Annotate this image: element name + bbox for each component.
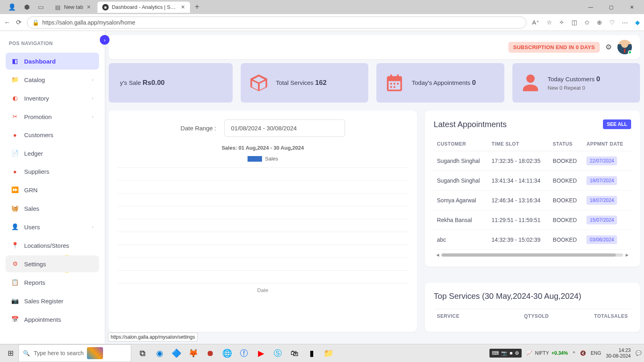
youtube-icon[interactable]: ▶ <box>255 348 266 359</box>
nav-icon: 📅 <box>11 316 19 323</box>
sidebar-item-users[interactable]: 👤 Users › <box>6 218 99 235</box>
tab-favicon-icon: ▤ <box>54 4 61 10</box>
record-icon[interactable]: ⏺ <box>204 348 216 359</box>
sidebar-item-sales-register[interactable]: 📷 Sales Register <box>6 292 99 309</box>
cell-timeslot: 14:32:39 - 15:02:39 <box>488 230 549 250</box>
sidebar-item-locations-stores[interactable]: 📍 Locations/Stores <box>6 237 99 254</box>
facebook-icon[interactable]: ⓕ <box>238 348 250 359</box>
sidebar-item-settings[interactable]: ⚙ Settings <box>6 255 99 272</box>
sidebar-item-dashboard[interactable]: ◧ Dashboard <box>6 53 99 70</box>
tab-title: Dashboard - Analytics | Salon & S <box>112 4 178 10</box>
tray-media-controls[interactable]: ⌨ 📷 ■ ⚙ <box>489 349 522 358</box>
appointments-table: CUSTOMERTIME SLOTSTATUSAPPMNT DATE Sugan… <box>434 137 631 250</box>
sidebar-item-inventory[interactable]: ◐ Inventory › <box>6 90 99 107</box>
tab-title: New tab <box>64 4 83 10</box>
see-all-button[interactable]: SEE ALL <box>603 119 631 129</box>
chart-title: Sales: 01 Aug,2024 - 30 Aug,2024 <box>118 145 408 151</box>
minimize-button[interactable]: — <box>582 1 600 13</box>
nav-label: Sales Register <box>24 298 64 304</box>
sidebar-item-appointments[interactable]: 📅 Appointments <box>6 311 99 328</box>
store-icon[interactable]: 🛍 <box>289 348 300 359</box>
windows-taskbar: ⊞ 🔍 Type here to search ⧉ ◉ 🔷 🦊 ⏺ 🌐 ⓕ ▶ … <box>0 344 644 362</box>
stock-change: +0.34% <box>551 350 568 356</box>
tab-close-icon[interactable]: ✕ <box>87 4 91 10</box>
task-view-icon[interactable]: ⧉ <box>137 348 148 359</box>
sidebar-item-suppliers[interactable]: ● Suppliers <box>6 163 99 180</box>
table-scrollbar[interactable]: ◄ ► <box>434 252 631 258</box>
copilot-task-icon[interactable]: 🔷 <box>171 348 182 359</box>
stock-widget[interactable]: 📈 NIFTY +0.34% <box>526 350 568 356</box>
favorites-icon[interactable]: ✩ <box>584 19 590 26</box>
split-icon[interactable]: ◫ <box>572 19 577 26</box>
cell-timeslot: 12:46:34 - 13:16:34 <box>488 191 549 210</box>
chevron-right-icon: › <box>92 96 93 101</box>
keyboard-icon: ⌨ <box>492 350 499 356</box>
browser-tab-strip: 👤 ⬢ ▭ ▤ New tab ✕ ◉ Dashboard - Analytic… <box>0 0 644 14</box>
tab-close-icon[interactable]: ✕ <box>181 4 185 10</box>
cell-date: 18/07/2024 <box>583 171 631 191</box>
taskbar-search[interactable]: 🔍 Type here to search <box>19 344 131 362</box>
explorer-icon[interactable]: 📁 <box>323 348 334 359</box>
profile-icon[interactable]: 👤 <box>8 3 16 11</box>
refresh-icon[interactable]: ⟳ <box>16 19 21 26</box>
cell-timeslot: 11:29:51 - 11:59:51 <box>488 210 549 230</box>
sidebar-item-grn[interactable]: ⏩ GRN <box>6 181 99 198</box>
stat-text: Total Services 162 <box>276 79 327 87</box>
browser-tab-dashboard[interactable]: ◉ Dashboard - Analytics | Salon & S ✕ <box>97 2 190 13</box>
skype-icon[interactable]: Ⓢ <box>272 348 283 359</box>
scroll-right-icon[interactable]: ► <box>623 252 631 258</box>
firefox-icon[interactable]: 🦊 <box>188 348 199 359</box>
chrome-icon[interactable]: 🌐 <box>221 348 233 359</box>
table-row[interactable]: Somya Agarwal 12:46:34 - 13:16:34 BOOKED… <box>434 191 631 210</box>
sidebar-item-promotion[interactable]: ✂ Promotion › <box>6 108 99 125</box>
start-button[interactable]: ⊞ <box>2 345 19 361</box>
new-tab-button[interactable]: + <box>191 2 204 12</box>
sidebar-item-sales[interactable]: 🧺 Sales <box>6 200 99 217</box>
cell-status: BOOKED <box>549 210 583 230</box>
menu-icon[interactable]: ⋯ <box>622 19 628 26</box>
top-services-panel: Top Services (30 May,2024-30 Aug,2024) S… <box>425 283 640 332</box>
text-size-icon[interactable]: A⁺ <box>532 19 539 26</box>
downloads-icon[interactable]: ♡ <box>609 19 615 26</box>
table-row[interactable]: Sugandh Singhal 13:41:34 - 14:11:34 BOOK… <box>434 171 631 191</box>
tab-actions-icon[interactable]: ▭ <box>38 3 44 11</box>
maximize-button[interactable]: ▢ <box>602 1 620 13</box>
back-icon[interactable]: ← <box>4 19 10 26</box>
workspaces-icon[interactable]: ⬢ <box>24 3 30 11</box>
user-avatar[interactable] <box>617 40 632 54</box>
nav-label: Dashboard <box>24 58 56 65</box>
browser-tab-new[interactable]: ▤ New tab ✕ <box>50 2 96 13</box>
chevron-right-icon: › <box>92 77 93 82</box>
copilot-icon[interactable]: ◆ <box>635 19 640 26</box>
clock[interactable]: 14:23 30-08-2024 <box>606 348 631 359</box>
collections-icon[interactable]: ⊕ <box>597 19 602 26</box>
language-indicator[interactable]: ENG <box>591 350 601 356</box>
sidebar-item-catalog[interactable]: 📁 Catalog › <box>6 71 99 88</box>
volume-mute-icon[interactable]: 🔇 <box>580 350 586 356</box>
settings-gear-icon[interactable]: ⚙ <box>605 43 612 51</box>
table-row[interactable]: Sugandh Singhal 17:32:35 - 18:02:35 BOOK… <box>434 151 631 171</box>
close-window-button[interactable]: ✕ <box>623 1 641 13</box>
scroll-left-icon[interactable]: ◄ <box>434 252 442 258</box>
table-row[interactable]: abc 14:32:39 - 15:02:39 BOOKED 03/06/202… <box>434 230 631 250</box>
chart-area <box>118 167 408 284</box>
app-icon[interactable]: ▮ <box>306 348 317 359</box>
edge-icon[interactable]: ◉ <box>154 348 165 359</box>
tray-expand-icon[interactable]: ^ <box>573 350 575 356</box>
sidebar-item-customers[interactable]: ● Customers <box>6 127 99 143</box>
favorite-icon[interactable]: ☆ <box>547 19 552 26</box>
search-placeholder: Type here to search <box>34 350 84 356</box>
nav-label: Reports <box>24 279 45 286</box>
subscription-badge: SUBSCRIPTION END IN 0 DAYS <box>508 42 600 53</box>
date-range-input[interactable] <box>224 119 345 137</box>
sidebar-item-ledger[interactable]: 📄 Ledger <box>6 145 99 162</box>
sidebar-item-reports[interactable]: 📋 Reports <box>6 274 99 291</box>
search-decoration-icon <box>87 347 103 359</box>
url-input[interactable]: 🔒 https://salon.galla.app/mysalon/home <box>27 16 526 29</box>
time-text: 14:23 <box>606 348 631 353</box>
sidebar-toggle-button[interactable]: › <box>100 35 109 45</box>
extensions-icon[interactable]: ✧ <box>559 19 564 26</box>
notifications-icon[interactable]: 💬 <box>636 350 642 356</box>
chevron-right-icon: › <box>92 224 93 229</box>
table-row[interactable]: Rekha Bansal 11:29:51 - 11:59:51 BOOKED … <box>434 210 631 230</box>
